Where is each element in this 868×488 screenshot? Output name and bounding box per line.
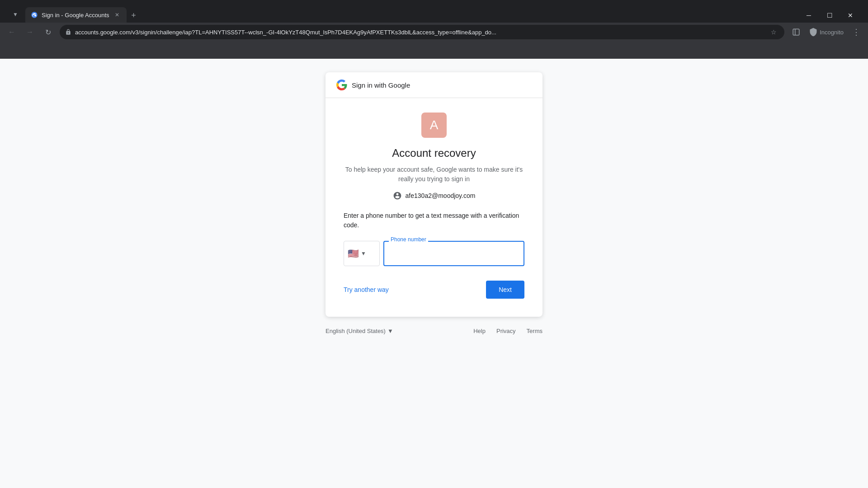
- language-selector[interactable]: English (United States) ▼: [326, 328, 393, 334]
- svg-rect-1: [793, 29, 799, 35]
- card-header-text: Sign in with Google: [352, 81, 410, 89]
- terms-link[interactable]: Terms: [527, 328, 542, 334]
- card-actions: Try another way Next: [344, 281, 524, 299]
- incognito-icon: [809, 28, 818, 37]
- incognito-label: Incognito: [820, 29, 844, 36]
- close-button[interactable]: ✕: [840, 8, 861, 23]
- address-icons: ☆: [768, 27, 779, 38]
- country-selector[interactable]: 🇺🇸 ▼: [344, 241, 380, 266]
- tab-nav-button[interactable]: ▼: [7, 6, 24, 23]
- title-bar: ▼ Sign in - Google Accounts ✕ + ─ ☐ ✕: [0, 0, 868, 23]
- instruction-text: Enter a phone number to get a text messa…: [344, 211, 524, 230]
- flag-icon: 🇺🇸: [348, 248, 359, 259]
- account-email: afe130a2@moodjoy.com: [406, 192, 476, 199]
- menu-button[interactable]: ⋮: [848, 24, 864, 40]
- tabs-bar: ▼ Sign in - Google Accounts ✕ + ─ ☐ ✕: [4, 0, 864, 23]
- minimize-button[interactable]: ─: [798, 8, 819, 23]
- signin-card: Sign in with Google A Account recovery T…: [326, 72, 542, 317]
- account-icon: [393, 191, 402, 200]
- reload-button[interactable]: ↻: [40, 24, 56, 40]
- tab-title: Sign in - Google Accounts: [42, 12, 109, 19]
- footer-links: Help Privacy Terms: [473, 328, 542, 334]
- browser-chrome: ▼ Sign in - Google Accounts ✕ + ─ ☐ ✕: [0, 0, 868, 59]
- help-link[interactable]: Help: [473, 328, 486, 334]
- avatar: A: [421, 113, 447, 138]
- toolbar: ← → ↻ accounts.google.com/v3/signin/chal…: [0, 23, 868, 42]
- phone-label: Phone number: [389, 236, 428, 243]
- page-content: Sign in with Google A Account recovery T…: [0, 59, 868, 488]
- page-footer: English (United States) ▼ Help Privacy T…: [326, 328, 542, 334]
- card-subtitle: To help keep your account safe, Google w…: [344, 165, 524, 184]
- page-title: Account recovery: [392, 147, 476, 160]
- active-tab[interactable]: Sign in - Google Accounts ✕: [25, 7, 127, 23]
- try-another-way-link[interactable]: Try another way: [344, 286, 389, 293]
- new-tab-button[interactable]: +: [127, 8, 141, 23]
- card-body: A Account recovery To help keep your acc…: [326, 98, 542, 317]
- back-button[interactable]: ←: [4, 24, 20, 40]
- toolbar-right: Incognito ⋮: [788, 24, 864, 40]
- card-header: Sign in with Google: [326, 72, 542, 98]
- maximize-button[interactable]: ☐: [819, 8, 840, 23]
- next-button[interactable]: Next: [486, 281, 524, 299]
- dropdown-arrow-icon: ▼: [361, 250, 366, 257]
- language-label: English (United States): [326, 328, 386, 334]
- phone-input[interactable]: [383, 241, 524, 266]
- sidebar-button[interactable]: [788, 24, 804, 40]
- tab-favicon: [31, 11, 38, 19]
- phone-input-row: 🇺🇸 ▼ Phone number: [344, 241, 524, 266]
- phone-field-wrapper: Phone number: [383, 241, 524, 266]
- account-info: afe130a2@moodjoy.com: [393, 191, 476, 200]
- bookmark-icon[interactable]: ☆: [768, 27, 779, 38]
- lock-icon: [65, 29, 71, 35]
- privacy-link[interactable]: Privacy: [496, 328, 516, 334]
- url-text: accounts.google.com/v3/signin/challenge/…: [75, 29, 764, 36]
- incognito-badge: Incognito: [805, 24, 847, 40]
- tab-close-button[interactable]: ✕: [113, 11, 121, 19]
- forward-button[interactable]: →: [22, 24, 38, 40]
- language-dropdown-icon: ▼: [387, 328, 393, 334]
- address-bar[interactable]: accounts.google.com/v3/signin/challenge/…: [60, 25, 784, 39]
- google-logo: [336, 80, 347, 90]
